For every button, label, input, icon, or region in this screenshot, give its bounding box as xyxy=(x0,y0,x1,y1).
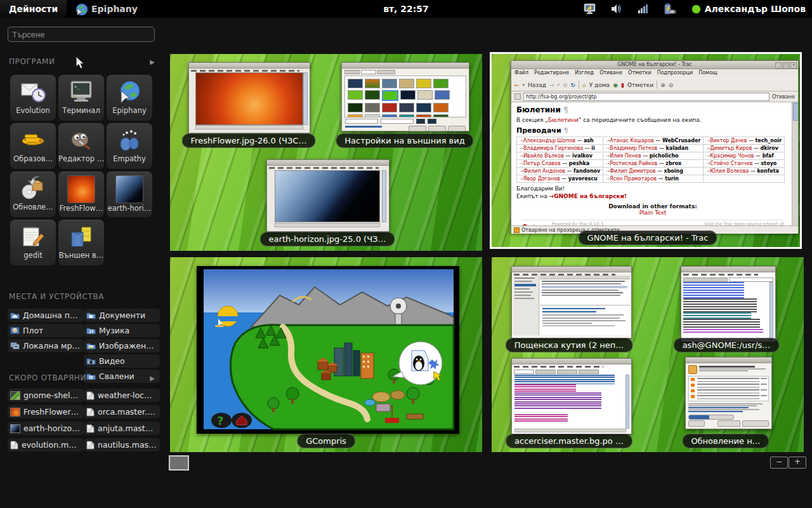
translator-link[interactable]: Ясен Праматаров xyxy=(610,176,657,182)
window-appearance[interactable] xyxy=(341,62,469,131)
updates-list[interactable] xyxy=(688,376,769,401)
translator-link[interactable]: Илия Пенев xyxy=(610,153,641,159)
button[interactable] xyxy=(448,126,466,131)
window-epiphany-trac[interactable]: GNOME на български! - Trac _ □ × Файл Ре… xyxy=(511,60,799,233)
wallpaper-thumb[interactable] xyxy=(399,103,414,112)
install-button[interactable] xyxy=(742,420,769,427)
user-menu[interactable]: Александър Шопов xyxy=(705,4,806,14)
window-titlebar[interactable] xyxy=(189,63,310,69)
style-combobox[interactable] xyxy=(345,119,378,124)
place-local-network[interactable]: Локална мр… xyxy=(8,339,84,352)
window-titlebar[interactable] xyxy=(681,267,775,272)
translator-link[interactable]: Петър Славов xyxy=(523,161,561,166)
wallpaper-thumb[interactable] xyxy=(399,79,414,88)
back-label[interactable]: Назад xyxy=(528,82,546,88)
window-titlebar[interactable] xyxy=(267,160,389,166)
window-evolution-mail[interactable] xyxy=(511,266,632,338)
wallpaper-thumb[interactable] xyxy=(382,114,397,117)
go-button[interactable]: Отиване xyxy=(772,94,795,100)
check-button[interactable] xyxy=(717,420,740,427)
menu-file[interactable]: Файл xyxy=(514,70,528,78)
scrollbar[interactable] xyxy=(769,282,773,340)
translator-link[interactable]: Димитър Киров xyxy=(710,145,752,151)
wallpaper-thumb[interactable] xyxy=(399,114,414,117)
recent-anjuta-master[interactable]: anjuta.mast… xyxy=(84,422,160,435)
app-appearance[interactable]: Външен в… xyxy=(58,220,104,265)
back-icon[interactable]: ← xyxy=(514,82,520,88)
window-gimp-freshflower[interactable] xyxy=(188,62,310,133)
wallpaper-thumb[interactable] xyxy=(433,114,449,117)
recent-gnome-shell[interactable]: gnome-shel… xyxy=(8,389,84,402)
volume-icon[interactable] xyxy=(610,2,624,16)
programs-expander-icon[interactable]: ▶ xyxy=(150,58,155,65)
window-gedit-po[interactable] xyxy=(511,358,632,434)
preview-pane[interactable] xyxy=(540,306,630,335)
window-titlebar[interactable] xyxy=(342,63,469,69)
place-documents[interactable]: Документи xyxy=(84,309,160,322)
button[interactable] xyxy=(428,126,446,131)
menu-tabs[interactable]: Подпрозорци xyxy=(657,70,693,78)
home-icon[interactable]: ⌂ xyxy=(582,82,586,88)
window-gimp-earthhorizon[interactable] xyxy=(266,159,390,232)
recent-freshflower[interactable]: FreshFlower… xyxy=(8,405,84,418)
translator-link[interactable]: Филип Димитров xyxy=(610,168,655,174)
url-input[interactable]: http://fsa-bg.org/project/gtp xyxy=(523,93,769,101)
app-gcompris[interactable]: Образов… xyxy=(10,123,56,169)
translator-link[interactable]: Красимир Чонов xyxy=(710,153,754,159)
wallpaper-thumb[interactable] xyxy=(348,79,363,88)
translator-link[interactable]: Виктор Дачев xyxy=(710,138,747,144)
gedit-tabs[interactable] xyxy=(512,369,631,375)
search-input[interactable] xyxy=(8,27,155,42)
translator-link[interactable]: Явор Доганов xyxy=(523,176,560,182)
wallpaper-thumb[interactable] xyxy=(365,114,380,117)
place-desktop[interactable]: Плот xyxy=(8,324,84,337)
app-epiphany[interactable]: Epiphany xyxy=(107,75,152,121)
window-titlebar[interactable] xyxy=(686,358,771,363)
translator-link[interactable]: Владимир Петков xyxy=(610,145,657,151)
app-updates[interactable]: Обновле… xyxy=(10,171,56,217)
tab-strip[interactable] xyxy=(342,69,469,74)
maximize-button[interactable]: □ xyxy=(783,62,789,69)
scrollbar[interactable] xyxy=(625,375,629,429)
stop-icon[interactable]: ⊘ xyxy=(563,82,568,88)
place-pictures[interactable]: Изображен… xyxy=(84,339,160,352)
wallpaper-thumb[interactable] xyxy=(417,90,433,100)
wallpaper-thumb-selected[interactable] xyxy=(382,90,398,101)
wallpaper-thumb[interactable] xyxy=(348,90,363,100)
wallpaper-grid[interactable] xyxy=(344,76,466,117)
wallpaper-thumb[interactable] xyxy=(365,103,380,112)
home-label[interactable]: У дома xyxy=(589,82,610,88)
bookmark-icon[interactable]: ▮ xyxy=(621,82,624,88)
place-music[interactable]: Музика xyxy=(84,324,160,337)
window-titlebar[interactable] xyxy=(512,359,631,364)
wallpaper-thumb[interactable] xyxy=(348,103,363,112)
tab-selected[interactable] xyxy=(729,277,773,282)
scrollbar[interactable] xyxy=(382,170,386,222)
wallpaper-thumb[interactable] xyxy=(435,90,450,100)
plain-text-link[interactable]: Plain Text xyxy=(516,210,789,216)
recent-orca-master[interactable]: orca.master.… xyxy=(84,405,160,418)
recent-earth-horizon[interactable]: earth-horizo… xyxy=(8,422,84,435)
wallpaper-thumb[interactable] xyxy=(348,114,363,117)
wallpaper-thumb[interactable] xyxy=(433,103,449,112)
wallpaper-thumb[interactable] xyxy=(416,103,431,112)
forward-dropdown-icon[interactable]: ▾ xyxy=(557,83,560,88)
remove-workspace-button[interactable]: − xyxy=(770,457,788,469)
app-evolution[interactable]: Evolution xyxy=(10,75,56,121)
wallpaper-thumb[interactable] xyxy=(382,79,397,88)
trac-logo-text[interactable]: trac xyxy=(532,224,548,226)
tab[interactable] xyxy=(557,370,577,374)
place-home[interactable]: Домашна п… xyxy=(8,309,84,322)
window-titlebar[interactable]: GNOME на български! - Trac _ □ × xyxy=(511,61,798,69)
translator-link[interactable]: Юлия Волкова xyxy=(710,168,749,174)
wallpaper-thumb[interactable] xyxy=(365,79,380,88)
bulletins-link[interactable]: Бюлетини xyxy=(548,117,579,123)
translator-link[interactable]: Владимира Гиргинова xyxy=(523,145,583,151)
menu-help[interactable]: Помощ xyxy=(698,70,717,78)
tab[interactable] xyxy=(377,70,395,74)
menu-view[interactable]: Изглед xyxy=(575,70,594,78)
translator-link[interactable]: Александър Шопов xyxy=(523,138,575,144)
scroll-thumb[interactable] xyxy=(793,103,798,121)
back-dropdown-icon[interactable]: ▾ xyxy=(523,83,525,88)
recent-nautilus-master[interactable]: nautilus.mas… xyxy=(84,438,160,451)
